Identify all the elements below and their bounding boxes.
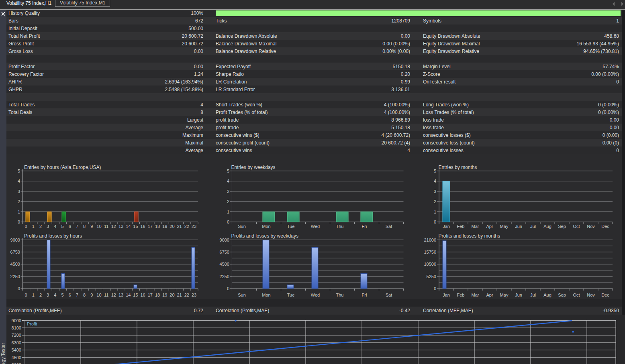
svg-text:10: 10 [96,224,101,229]
svg-text:18: 18 [155,293,160,297]
svg-text:8: 8 [83,224,86,229]
svg-text:3: 3 [47,293,49,297]
svg-text:Sep: Sep [558,224,566,229]
svg-text:5: 5 [434,169,436,173]
svg-text:17: 17 [148,224,153,229]
svg-text:12: 12 [111,224,116,229]
svg-text:Nov: Nov [587,224,595,229]
svg-text:5400: 5400 [12,348,21,352]
svg-text:16: 16 [141,293,145,297]
svg-text:Feb: Feb [457,293,465,297]
svg-text:9: 9 [90,293,93,297]
svg-text:14: 14 [126,293,131,297]
svg-text:11: 11 [104,293,108,297]
svg-text:0: 0 [434,220,436,224]
svg-text:Sep: Sep [558,293,566,297]
svg-text:22: 22 [184,293,189,297]
svg-text:12: 12 [111,293,116,297]
svg-text:4500: 4500 [10,262,20,266]
svg-text:3: 3 [47,224,49,229]
svg-text:21: 21 [177,224,182,229]
svg-text:Profit: Profit [27,321,37,326]
svg-text:Tue: Tue [287,293,295,297]
svg-text:Fri: Fri [362,224,367,229]
svg-text:1: 1 [32,224,35,229]
svg-text:0: 0 [227,286,229,291]
svg-text:Mon: Mon [262,293,270,297]
svg-text:2: 2 [18,199,20,204]
svg-text:9000: 9000 [220,238,229,242]
svg-text:9000: 9000 [12,318,21,323]
svg-text:Jan: Jan [443,224,450,229]
svg-text:Jul: Jul [530,224,536,229]
svg-text:Jan: Jan [443,293,450,297]
svg-text:Sun: Sun [238,293,246,297]
svg-text:Dec: Dec [601,224,609,229]
svg-text:6300: 6300 [12,340,21,345]
svg-text:1: 1 [32,293,35,297]
svg-text:Apr: Apr [486,224,493,229]
svg-text:Dec: Dec [601,293,609,297]
svg-text:Mar: Mar [472,293,479,297]
svg-text:4500: 4500 [12,355,21,360]
svg-text:4: 4 [18,179,20,183]
svg-text:Profits and losses by months: Profits and losses by months [439,233,500,239]
svg-text:5: 5 [61,293,63,297]
svg-text:19: 19 [162,224,167,229]
svg-text:2: 2 [227,199,229,204]
svg-text:3600: 3600 [12,362,21,364]
svg-text:4: 4 [54,293,56,297]
svg-text:Oct: Oct [573,224,580,229]
svg-text:6: 6 [69,224,71,229]
svg-text:21000: 21000 [424,238,436,242]
svg-text:0: 0 [25,293,27,297]
svg-text:17: 17 [148,293,153,297]
svg-text:15750: 15750 [424,250,436,254]
svg-text:7: 7 [76,224,78,229]
svg-text:4: 4 [54,224,56,229]
svg-text:Wed: Wed [311,293,320,297]
svg-text:10500: 10500 [424,262,436,266]
svg-text:13: 13 [118,293,123,297]
svg-text:18: 18 [155,224,160,229]
svg-text:Entries by weekdays: Entries by weekdays [231,165,276,170]
svg-text:0: 0 [18,286,20,291]
svg-text:Feb: Feb [457,224,465,229]
svg-text:14: 14 [126,224,131,229]
svg-text:Fri: Fri [362,293,367,297]
svg-text:8: 8 [83,293,86,297]
svg-text:4: 4 [434,179,436,183]
svg-text:Thu: Thu [336,224,344,229]
svg-text:23: 23 [192,293,196,297]
svg-text:9: 9 [90,224,93,229]
svg-text:2: 2 [39,293,42,297]
svg-text:1: 1 [18,209,20,214]
svg-text:19: 19 [162,293,167,297]
svg-text:2250: 2250 [220,274,229,279]
svg-text:15: 15 [133,293,138,297]
svg-text:Profits and losses by weekdays: Profits and losses by weekdays [231,233,298,239]
svg-text:Apr: Apr [486,293,493,297]
svg-text:3: 3 [434,189,436,194]
svg-text:5: 5 [18,169,20,173]
svg-text:6750: 6750 [220,250,229,254]
svg-text:16: 16 [141,224,145,229]
svg-text:Jun: Jun [515,293,522,297]
svg-text:Nov: Nov [587,293,595,297]
svg-text:Profits and losses by hours: Profits and losses by hours [24,233,82,239]
svg-text:3: 3 [227,189,229,194]
svg-text:Sat: Sat [386,293,392,297]
svg-text:1: 1 [434,209,436,214]
svg-text:11: 11 [104,224,108,229]
svg-text:Sat: Sat [386,224,392,229]
svg-text:Mon: Mon [262,224,270,229]
svg-text:6: 6 [69,293,71,297]
svg-text:3: 3 [18,189,20,194]
svg-text:Aug: Aug [543,224,551,229]
svg-text:6750: 6750 [10,250,20,254]
svg-text:Tue: Tue [287,224,295,229]
svg-text:0: 0 [18,220,20,224]
svg-text:15: 15 [133,224,138,229]
svg-text:0: 0 [434,286,436,291]
svg-text:2: 2 [39,224,42,229]
